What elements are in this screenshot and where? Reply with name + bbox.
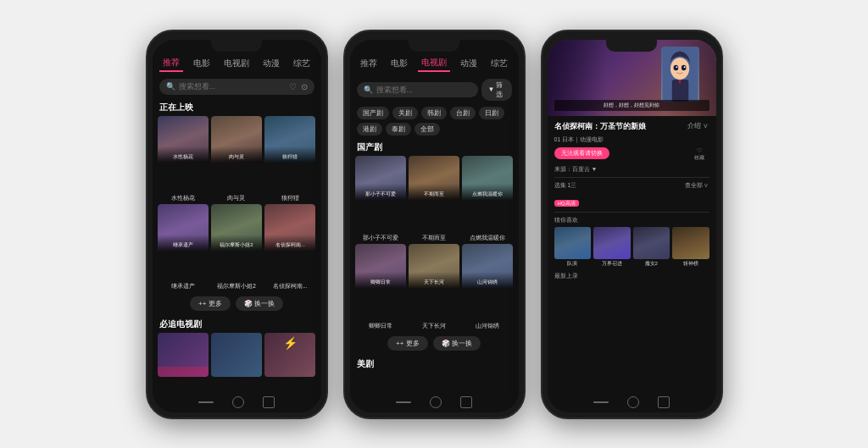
movie-item-4[interactable]: 继承遗产 继承遗产 (158, 204, 209, 292)
movie-label-2-2: 不期而至 (409, 232, 459, 244)
see-all-3[interactable]: 查全部 ∨ (685, 181, 709, 190)
recommend-title-3: 猜你喜欢 (554, 216, 709, 224)
search-bar-2: 🔍 (357, 82, 478, 97)
chip-thai[interactable]: 泰剧 (386, 123, 411, 136)
search-icon-2: 🔍 (364, 86, 373, 94)
movie-item-2-4[interactable]: 卿卿日常 卿卿日常 (355, 244, 406, 332)
filter-icon-2: ▼ (488, 86, 495, 93)
movie-label-2-1: 那小子不可爱 (355, 232, 406, 244)
phone-2: 推荐 电影 电视剧 动漫 综艺 🔍 ▼ 筛选 国产剧 关剧 (343, 30, 526, 419)
tab-recommend-2[interactable]: 推荐 (357, 56, 381, 71)
tab-tv-1[interactable]: 电视剧 (220, 56, 253, 71)
recommend-section-3: 猜你喜欢 队演 万界召进 魔女2 (554, 216, 709, 268)
quality-chip-3[interactable]: HQ高清 (554, 200, 579, 207)
movie-label-5: 福尔摩斯小姐2 (211, 280, 262, 292)
movie-item-2-3[interactable]: 点燃我温暖你 点燃我温暖你 (462, 156, 513, 244)
home-icon-1[interactable] (232, 396, 244, 408)
chip-hk[interactable]: 韩剧 (421, 107, 447, 119)
movie-item-2[interactable]: 肉与灵 肉与灵 (211, 116, 262, 204)
home-icon-3[interactable] (627, 396, 639, 408)
more-button-1[interactable]: ++ 更多 (190, 296, 231, 311)
back-icon-1[interactable] (198, 401, 214, 403)
chip-canton[interactable]: 港剧 (357, 123, 382, 136)
phone-3: 好想，好想，好想见到你 名侦探柯南：万圣节的新娘 介绍 ∨ 01 日本｜动漫电影… (541, 30, 723, 419)
movie-item-5[interactable]: 福尔摩斯小姐2 福尔摩斯小姐2 (211, 204, 262, 292)
movie-item-2-5[interactable]: 天下长河 天下长河 (409, 244, 459, 332)
rec-label-2: 万界召进 (593, 259, 631, 268)
movie-label-2-3: 点燃我温暖你 (462, 232, 513, 244)
back-icon-3[interactable] (593, 401, 609, 403)
movie-label-2-4: 卿卿日常 (355, 320, 406, 332)
clock-icon-1[interactable]: ⊙ (301, 82, 308, 91)
svg-point-5 (683, 66, 685, 68)
home-icon-2[interactable] (430, 396, 442, 408)
select-label-3[interactable]: 选集 1三 (554, 181, 577, 190)
tab-anime-1[interactable]: 动漫 (259, 56, 283, 71)
filter-chips-2: 国产剧 关剧 韩剧 台剧 日剧 港剧 泰剧 全部 (357, 107, 512, 136)
movie-item-1[interactable]: 水性杨花 水性杨花 (158, 116, 209, 204)
quality-section-3: 选集 1三 查全部 ∨ (554, 181, 709, 190)
rec-label-3: 魔女2 (633, 259, 670, 268)
rec-item-4[interactable]: 斩神榜 (672, 227, 709, 268)
chip-japanese[interactable]: 日剧 (479, 107, 504, 119)
movie-label-2: 肉与灵 (211, 192, 262, 204)
tab-recommend-1[interactable]: 推荐 (159, 55, 183, 72)
back-icon-2[interactable] (396, 401, 411, 403)
tab-anime-2[interactable]: 动漫 (457, 56, 481, 71)
filter-button-2[interactable]: ▼ 筛选 (481, 79, 512, 101)
recommend-grid-3: 队演 万界召进 魔女2 斩神榜 (554, 227, 709, 268)
movie-label-2-6: 山河锦绣 (462, 320, 513, 332)
random-button-1[interactable]: 🎲 换一换 (236, 296, 283, 311)
phone-1: 推荐 电影 电视剧 动漫 综艺 🔍 ♡ ⊙ 正在上映 (146, 30, 328, 419)
movie-label-4: 继承遗产 (158, 280, 209, 292)
search-icon-1: 🔍 (166, 82, 175, 91)
search-input-1[interactable] (179, 82, 286, 91)
svg-point-1 (670, 58, 688, 80)
recents-icon-2[interactable] (460, 396, 472, 408)
tab-tv-2[interactable]: 电视剧 (418, 55, 450, 72)
svg-point-2 (673, 64, 678, 70)
chip-domestic[interactable]: 国产剧 (357, 107, 389, 119)
divider-1-3 (554, 177, 709, 178)
action-buttons-2: ++ 更多 🎲 换一换 (350, 332, 519, 355)
divider-2-3 (554, 212, 709, 213)
rec-label-4: 斩神榜 (672, 259, 709, 268)
chip-korean[interactable]: 关剧 (392, 107, 418, 119)
movie-item-2-2[interactable]: 不期而至 不期而至 (409, 156, 459, 244)
heart-icon-1[interactable]: ♡ (289, 82, 297, 91)
tab-movie-1[interactable]: 电影 (190, 56, 214, 71)
search-input-2[interactable] (376, 86, 471, 94)
movie-label-6: 名侦探柯南... (264, 280, 315, 292)
movie-item-6[interactable]: 名侦探柯南... 名侦探柯南... (264, 204, 315, 292)
movie-grid-1-row1: 水性杨花 水性杨花 肉与灵 肉与灵 狼狩 (153, 116, 321, 204)
recents-icon-1[interactable] (263, 396, 275, 408)
tab-movie-2[interactable]: 电影 (387, 56, 411, 71)
recents-icon-3[interactable] (658, 396, 670, 408)
movie-item-3[interactable]: 狼狩猎 狼狩猎 (264, 116, 315, 204)
movie-item-2-6[interactable]: 山河锦绣 山河锦绣 (462, 244, 513, 332)
rec-item-1[interactable]: 队演 (554, 227, 592, 268)
phone-notch-2 (409, 40, 459, 52)
search-bar-1: 🔍 ♡ ⊙ (159, 79, 314, 95)
section-american-2: 美剧 (350, 355, 519, 373)
section-must-watch-1: 必追电视剧 (153, 315, 321, 333)
section-now-playing-1: 正在上映 (153, 98, 321, 116)
movie-item-2-1[interactable]: 那小子不可爱 那小子不可爱 (355, 156, 406, 244)
detail-source-3[interactable]: 来源：百度云 ▼ (554, 165, 709, 174)
random-button-2[interactable]: 🎲 换一换 (433, 336, 481, 351)
rec-item-2[interactable]: 万界召进 (593, 227, 631, 268)
tab-variety-2[interactable]: 综艺 (487, 56, 511, 71)
movie-grid-2-row1: 那小子不可爱 那小子不可爱 不期而至 不期而至 (350, 156, 519, 244)
movie-label-3: 狼狩猎 (264, 192, 315, 204)
chip-all[interactable]: 全部 (415, 123, 440, 136)
movie-grid-2-row2: 卿卿日常 卿卿日常 天下长河 天下长河 (350, 244, 519, 332)
bottom-bar-2 (350, 392, 519, 412)
unavailable-button-3[interactable]: 无法观看请切换 (554, 147, 609, 159)
collect-area-3: ♡ 收藏 (694, 147, 704, 162)
subtitle-bar-3: 好想，好想，好想见到你 (554, 100, 709, 111)
chip-taiwan[interactable]: 台剧 (450, 107, 476, 119)
tab-variety-1[interactable]: 综艺 (290, 56, 314, 71)
intro-button-3[interactable]: 介绍 ∨ (687, 121, 709, 130)
rec-item-3[interactable]: 魔女2 (633, 227, 670, 268)
more-button-2[interactable]: ++ 更多 (387, 336, 428, 351)
